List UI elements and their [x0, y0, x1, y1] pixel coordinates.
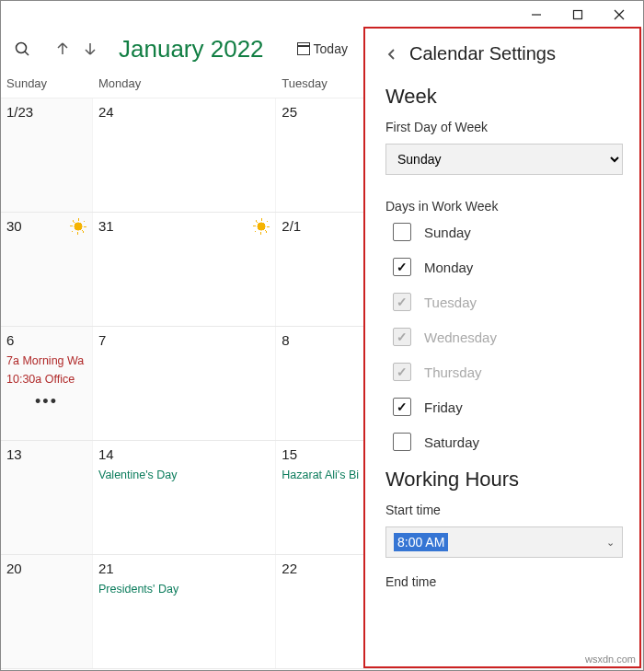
workweek-day-row: Sunday: [393, 223, 623, 241]
calendar-event[interactable]: 10:30a Office: [6, 370, 86, 388]
calendar-event[interactable]: Presidents' Day: [98, 580, 270, 598]
workweek-day-row: Tuesday: [393, 293, 623, 311]
day-cell[interactable]: 13: [1, 441, 93, 554]
watermark: wsxdn.com: [585, 654, 636, 665]
workweek-day-row: Wednesday: [393, 328, 623, 346]
sun-icon: [253, 218, 270, 235]
working-hours-heading: Working Hours: [385, 468, 623, 492]
day-cell[interactable]: 14Valentine's Day: [93, 441, 276, 554]
close-button[interactable]: [598, 2, 639, 28]
first-day-select[interactable]: Sunday: [385, 144, 623, 175]
minimize-button[interactable]: [515, 2, 557, 28]
day-cell[interactable]: 7: [93, 327, 276, 440]
day-cell[interactable]: 1/23: [1, 98, 93, 212]
days-in-ww-label: Days in Work Week: [385, 199, 623, 214]
today-button[interactable]: Today: [297, 41, 348, 56]
today-label: Today: [314, 41, 348, 56]
panel-header: Calendar Settings: [385, 43, 623, 64]
svg-rect-1: [573, 11, 581, 19]
week-section-heading: Week: [385, 85, 623, 109]
titlebar: [1, 1, 643, 29]
more-events-icon[interactable]: •••: [6, 392, 86, 411]
workweek-day-row: Friday: [393, 398, 623, 416]
checkbox-label: Friday: [424, 399, 463, 415]
day-number: 20: [6, 561, 86, 576]
checkbox[interactable]: [393, 223, 411, 241]
day-number: 1/23: [6, 104, 86, 120]
day-header: Sunday: [1, 69, 93, 98]
svg-line-5: [25, 52, 29, 55]
day-cell[interactable]: 24: [93, 98, 276, 212]
workweek-day-row: Monday: [393, 258, 623, 276]
checkbox: [393, 363, 411, 381]
back-icon[interactable]: [385, 48, 398, 61]
next-arrow-icon[interactable]: [78, 37, 102, 61]
calendar-event[interactable]: 7a Morning Wa: [6, 352, 86, 370]
day-number: 21: [98, 561, 270, 576]
checkbox-label: Monday: [424, 260, 473, 275]
day-number: 7: [98, 332, 270, 348]
end-time-label: End time: [385, 574, 623, 589]
checkbox-label: Tuesday: [424, 295, 477, 310]
search-icon[interactable]: [10, 37, 34, 61]
app-window: January 2022 Today SundayMondayTuesdayWe…: [0, 0, 644, 671]
day-number: 13: [6, 446, 86, 462]
day-cell[interactable]: 21Presidents' Day: [93, 555, 276, 668]
sun-icon: [70, 218, 86, 235]
workweek-day-row: Thursday: [393, 363, 623, 381]
checkbox[interactable]: [393, 258, 411, 276]
calendar-event[interactable]: Valentine's Day: [98, 466, 270, 484]
checkbox-label: Wednesday: [424, 330, 497, 345]
day-cell[interactable]: 20: [1, 555, 93, 668]
checkbox: [393, 328, 411, 346]
day-number: 30: [6, 218, 86, 234]
start-time-label: Start time: [385, 503, 623, 517]
start-time-select[interactable]: 8:00 AM ⌄: [385, 526, 623, 558]
day-number: 6: [6, 332, 86, 348]
start-time-value: 8:00 AM: [394, 533, 448, 551]
chevron-down-icon: ⌄: [606, 537, 615, 549]
panel-title: Calendar Settings: [409, 43, 556, 64]
day-cell[interactable]: 31: [93, 213, 276, 326]
checkbox[interactable]: [393, 398, 411, 416]
day-cell[interactable]: 30: [1, 213, 93, 326]
checkbox-label: Sunday: [424, 225, 471, 240]
checkbox-label: Saturday: [424, 434, 479, 450]
month-label[interactable]: January 2022: [119, 35, 264, 64]
svg-point-4: [17, 43, 27, 53]
prev-arrow-icon[interactable]: [51, 37, 75, 61]
checkbox: [393, 293, 411, 311]
day-number: 24: [98, 104, 270, 120]
day-number: 14: [98, 446, 270, 462]
workweek-day-row: Saturday: [393, 433, 623, 451]
day-cell[interactable]: 67a Morning Wa10:30a Office•••: [1, 327, 93, 440]
maximize-button[interactable]: [557, 2, 598, 28]
day-number: 31: [98, 218, 270, 234]
calendar-icon: [297, 42, 310, 55]
settings-panel: Calendar Settings Week First Day of Week…: [363, 27, 641, 668]
day-header: Monday: [93, 69, 276, 98]
checkbox-label: Thursday: [424, 364, 482, 380]
first-day-label: First Day of Week: [385, 120, 623, 134]
checkbox[interactable]: [393, 433, 411, 451]
